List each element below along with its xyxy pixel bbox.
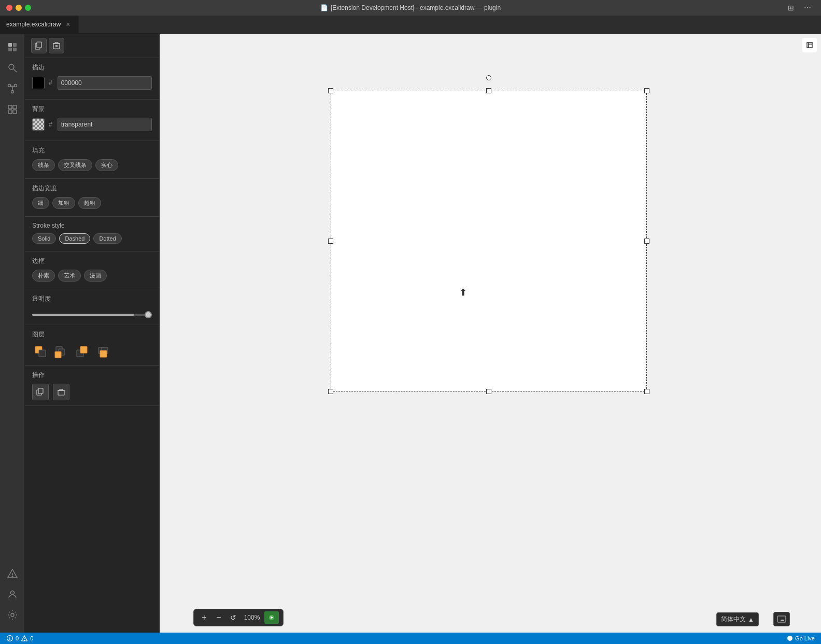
tab-filename: example.excalidraw <box>6 21 61 28</box>
more-actions-button[interactable]: ⋯ <box>800 1 815 15</box>
activity-icon-account[interactable] <box>3 585 22 604</box>
border-section: 边框 朴素 艺术 漫画 <box>25 251 159 289</box>
stroke-width-thin[interactable]: 细 <box>32 197 49 209</box>
background-color-swatch[interactable] <box>32 118 45 131</box>
send-backward-button[interactable] <box>32 343 49 360</box>
svg-point-66 <box>24 640 25 640</box>
language-label: 简体中文 <box>721 615 746 624</box>
zoom-reset-button[interactable]: ↺ <box>227 611 239 624</box>
zoom-controls: + − ↺ 100% <box>193 609 284 626</box>
delete-button[interactable] <box>49 38 64 53</box>
border-comic[interactable]: 漫画 <box>84 270 107 282</box>
zoom-out-button[interactable]: − <box>213 611 225 624</box>
error-count[interactable]: 0 0 <box>6 635 33 642</box>
opacity-slider-container <box>32 307 152 319</box>
stroke-color-swatch[interactable] <box>32 77 45 89</box>
stroke-style-dashed[interactable]: Dashed <box>59 233 90 244</box>
activity-icon-search[interactable] <box>3 59 22 77</box>
svg-rect-13 <box>8 110 12 114</box>
stroke-width-extra-bold[interactable]: 超粗 <box>78 197 101 209</box>
stroke-width-label: 描边宽度 <box>32 184 152 193</box>
stroke-style-dotted[interactable]: Dotted <box>93 233 121 244</box>
operations-label: 操作 <box>32 371 152 380</box>
go-live-button[interactable]: Go Live <box>787 635 815 641</box>
drawn-rectangle[interactable] <box>331 91 647 391</box>
stroke-width-bold[interactable]: 加粗 <box>52 197 75 209</box>
svg-point-67 <box>787 636 792 641</box>
fill-option-crosshatch[interactable]: 交叉线条 <box>58 159 92 171</box>
activity-icon-settings[interactable] <box>3 606 22 624</box>
svg-rect-30 <box>39 350 46 357</box>
svg-rect-14 <box>13 110 17 114</box>
panel-toolbar <box>25 34 159 58</box>
operations-section: 操作 <box>25 366 159 406</box>
handle-top-middle[interactable] <box>486 88 491 93</box>
bring-to-front-button[interactable] <box>94 343 111 360</box>
corner-action-button[interactable] <box>802 38 817 52</box>
handle-top-right[interactable] <box>644 88 649 93</box>
svg-point-18 <box>11 613 14 617</box>
svg-rect-3 <box>13 48 17 51</box>
svg-rect-38 <box>100 351 107 357</box>
stroke-color-section: 描边 # <box>25 58 159 100</box>
background-label: 背景 <box>32 105 152 114</box>
border-art[interactable]: 艺术 <box>58 270 81 282</box>
handle-top-left[interactable] <box>328 88 333 93</box>
svg-point-6 <box>8 85 10 87</box>
side-panel: 描边 # 背景 # 填充 线条 交叉线条 实心 <box>25 34 160 633</box>
titlebar-title: 📄 [Extension Development Host] - example… <box>320 4 501 11</box>
fill-options: 线条 交叉线条 实心 <box>32 159 152 171</box>
duplicate-button[interactable] <box>31 38 47 53</box>
opacity-label: 透明度 <box>32 295 152 303</box>
activity-icon-scm[interactable] <box>3 79 22 98</box>
fill-option-solid[interactable]: 实心 <box>95 159 118 171</box>
svg-point-17 <box>10 591 14 595</box>
opacity-slider[interactable] <box>32 314 152 316</box>
background-color-row: # <box>32 118 152 131</box>
activity-icon-extensions[interactable] <box>3 100 22 119</box>
border-plain[interactable]: 朴素 <box>32 270 55 282</box>
error-num: 0 <box>16 635 19 641</box>
svg-rect-33 <box>55 352 61 358</box>
svg-point-8 <box>11 91 13 93</box>
op-duplicate-button[interactable] <box>32 384 49 400</box>
split-editor-button[interactable]: ⊞ <box>784 1 798 15</box>
close-dot[interactable] <box>6 5 12 11</box>
zoom-value: 100% <box>242 614 262 621</box>
background-color-input[interactable] <box>58 118 152 131</box>
handle-bottom-middle[interactable] <box>486 389 491 394</box>
activity-icon-explorer[interactable] <box>3 38 22 57</box>
maximize-dot[interactable] <box>25 5 31 11</box>
layers-section: 图层 <box>25 325 159 366</box>
stroke-width-options: 细 加粗 超粗 <box>32 197 152 209</box>
stroke-style-section: Stroke style Solid Dashed Dotted <box>25 217 159 251</box>
handle-bottom-right[interactable] <box>644 389 649 394</box>
fill-option-lines[interactable]: 线条 <box>32 159 55 171</box>
svg-line-5 <box>13 69 17 72</box>
keyboard-button[interactable] <box>773 612 790 626</box>
tab-close-button[interactable]: × <box>64 20 72 29</box>
svg-rect-40 <box>38 388 43 394</box>
svg-point-64 <box>9 639 10 640</box>
rotate-handle[interactable] <box>486 75 491 80</box>
handle-bottom-left[interactable] <box>328 389 333 394</box>
bring-forward-button[interactable] <box>74 343 90 360</box>
zoom-in-button[interactable]: + <box>198 611 210 624</box>
minimize-dot[interactable] <box>16 5 22 11</box>
handle-middle-right[interactable] <box>644 239 649 244</box>
stroke-style-label: Stroke style <box>32 222 152 229</box>
layer-icons <box>32 343 152 360</box>
opacity-section: 透明度 <box>25 289 159 325</box>
handle-middle-left[interactable] <box>328 239 333 244</box>
svg-rect-35 <box>80 346 87 353</box>
go-live-status[interactable] <box>264 611 279 624</box>
activity-icon-alert[interactable] <box>3 564 22 583</box>
op-delete-button[interactable] <box>53 384 69 400</box>
stroke-style-solid[interactable]: Solid <box>32 233 56 244</box>
main-layout: 描边 # 背景 # 填充 线条 交叉线条 实心 <box>0 34 821 633</box>
stroke-color-input[interactable] <box>58 76 152 90</box>
send-to-back-button[interactable] <box>53 343 69 360</box>
excalidraw-canvas[interactable]: ⬆ <box>160 34 821 633</box>
language-selector[interactable]: 简体中文 ▲ <box>716 612 759 626</box>
tab-excalidraw[interactable]: example.excalidraw × <box>0 16 79 33</box>
